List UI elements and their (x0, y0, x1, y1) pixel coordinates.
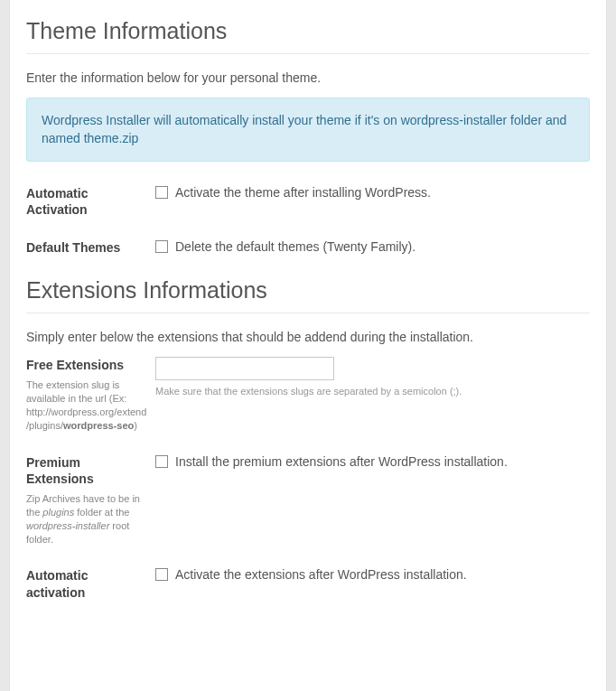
label-ext-auto-activation: Automatic activation (26, 567, 148, 600)
checkbox-icon (155, 568, 168, 581)
checkbox-activate-extensions[interactable]: Activate the extensions after WordPress … (155, 567, 590, 582)
free-extensions-input[interactable] (155, 357, 334, 380)
theme-install-notice: Wordpress Installer will automatically i… (26, 98, 590, 162)
help-premium-extensions: Zip Archives have to be in the plugins f… (26, 492, 148, 546)
field-default-themes: Default Themes Delete the default themes… (26, 239, 590, 256)
checkbox-install-premium-extensions[interactable]: Install the premium extensions after Wor… (155, 454, 590, 469)
field-premium-extensions: Premium Extensions Zip Archives have to … (26, 454, 590, 546)
theme-intro-text: Enter the information below for your per… (26, 70, 590, 85)
field-automatic-activation: Automatic Activation Activate the theme … (26, 185, 590, 218)
settings-form: Theme Informations Enter the information… (9, 0, 607, 691)
checkbox-install-premium-label: Install the premium extensions after Wor… (175, 454, 508, 469)
label-default-themes: Default Themes (26, 239, 148, 256)
checkbox-activate-theme[interactable]: Activate the theme after installing Word… (155, 185, 590, 200)
field-ext-auto-activation: Automatic activation Activate the extens… (26, 567, 590, 600)
free-extensions-note: Make sure that the extensions slugs are … (155, 386, 590, 397)
checkbox-activate-theme-label: Activate the theme after installing Word… (175, 185, 431, 200)
extensions-info-heading: Extensions Informations (26, 277, 590, 313)
checkbox-delete-default-themes-label: Delete the default themes (Twenty Family… (175, 239, 415, 254)
help-free-extensions: The extension slug is available in the u… (26, 378, 148, 432)
checkbox-activate-extensions-label: Activate the extensions after WordPress … (175, 567, 467, 582)
checkbox-icon (155, 186, 168, 199)
label-premium-extensions: Premium Extensions (26, 454, 148, 487)
theme-info-heading: Theme Informations (26, 18, 590, 54)
checkbox-icon (155, 455, 168, 468)
label-free-extensions: Free Extensions (26, 357, 148, 373)
extensions-intro-text: Simply enter below the extensions that s… (26, 330, 590, 344)
checkbox-delete-default-themes[interactable]: Delete the default themes (Twenty Family… (155, 239, 590, 254)
checkbox-icon (155, 240, 168, 253)
field-free-extensions: Free Extensions The extension slug is av… (26, 357, 590, 433)
label-automatic-activation: Automatic Activation (26, 185, 148, 218)
